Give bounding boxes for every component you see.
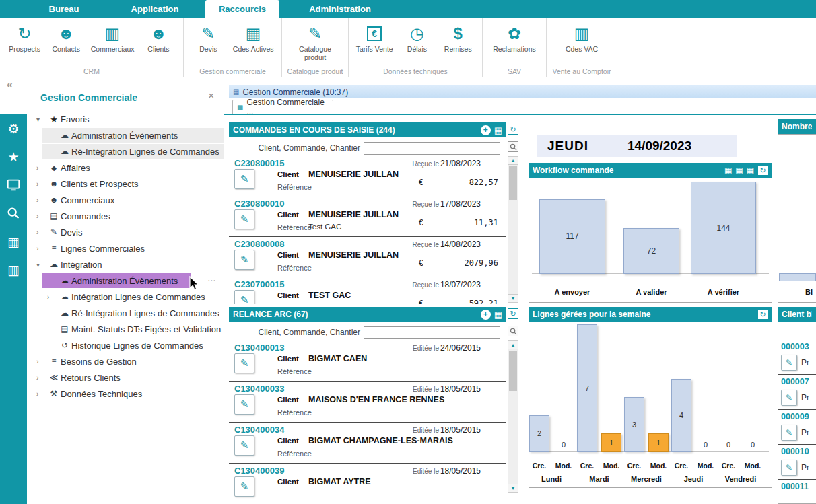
ribbon-item-reclamations[interactable]: ✿ Reclamations	[493, 23, 536, 53]
rail-desktop-button[interactable]	[0, 171, 27, 199]
chevron-right-icon[interactable]: ›	[47, 293, 58, 301]
relance-row[interactable]: C130400013 Editée le 24/06/2015 ✎ Client…	[229, 340, 506, 382]
menu-item-administration[interactable]: Administration	[300, 0, 380, 18]
ribbon-item-tarifs-vente[interactable]: € Tarifs Vente	[356, 23, 393, 53]
add-icon[interactable]: +	[481, 125, 491, 135]
more-options-icon[interactable]: ⋯	[207, 276, 215, 285]
scroll-down-icon[interactable]: ▼	[508, 294, 518, 303]
chevron-right-icon[interactable]: ›	[36, 358, 47, 365]
chevron-right-icon[interactable]: ›	[36, 196, 47, 204]
client-entry[interactable]: 000009 ✎ Pr	[778, 410, 816, 445]
table-view-icon[interactable]: ▦	[494, 310, 502, 320]
chevron-right-icon[interactable]: ›	[36, 390, 47, 398]
tree-item-commerciaux[interactable]: › ☻ Commerciaux	[27, 192, 224, 208]
ribbon-item-prospects[interactable]: ↻ Prospects	[8, 23, 42, 53]
ribbon-item-devis[interactable]: ✎ Devis	[191, 23, 225, 53]
close-icon[interactable]: ×	[208, 89, 214, 101]
tree-item-clients-et-prospects[interactable]: › ☻ Clients et Prospects	[27, 176, 224, 192]
menu-item-raccourcis[interactable]: Raccourcis	[205, 0, 279, 18]
edit-order-button[interactable]: ✎	[234, 290, 254, 304]
scrollbar-track[interactable]	[508, 165, 518, 294]
edit-order-button[interactable]: ✎	[234, 353, 254, 373]
tree-item-re-integration-lignes-de-commandes[interactable]: ☁ Ré-Intégration Lignes de Commandes	[27, 305, 224, 321]
edit-client-button[interactable]: ✎	[781, 390, 797, 406]
ribbon-item-delais[interactable]: ◷ Délais	[400, 23, 434, 53]
edit-order-button[interactable]: ✎	[234, 435, 254, 456]
commandes-scrollbar[interactable]: ▲ ▼	[508, 156, 518, 303]
mdi-window-titlebar[interactable]: ▦ Gestion Commerciale (10:37)	[229, 85, 816, 98]
tree-item-integration-lignes-de-commandes[interactable]: › ☁ Intégration Lignes de Commandes	[27, 289, 224, 305]
chevron-right-icon[interactable]: ›	[36, 245, 47, 252]
tree-item-commandes[interactable]: › ▤ Commandes	[27, 208, 224, 224]
menu-item-bureau[interactable]: Bureau	[40, 0, 88, 18]
scroll-up-icon[interactable]: ▲	[508, 156, 518, 165]
relance-scrollbar[interactable]: ▲ ▼	[508, 340, 518, 493]
relance-refresh-icon[interactable]: ↻	[508, 308, 518, 319]
rail-table-button[interactable]: ▦	[0, 227, 27, 256]
tree-item-affaires[interactable]: › ◆ Affaires	[27, 159, 224, 176]
client-entry[interactable]: 000007 ✎ Pr	[778, 375, 816, 410]
tree-item-devis[interactable]: › ✎ Devis	[27, 224, 224, 240]
rail-search-button[interactable]	[0, 199, 27, 227]
ribbon-item-remises[interactable]: $ Remises	[441, 23, 475, 53]
scroll-up-icon[interactable]: ▲	[508, 340, 518, 349]
rail-favorites-button[interactable]: ★	[0, 143, 27, 171]
tree-item-favoris[interactable]: ▾ ★ Favoris	[27, 111, 224, 127]
ribbon-item-contacts[interactable]: ☻ Contacts	[49, 23, 83, 53]
relance-row[interactable]: C130400033 Editée le 18/05/2015 ✎ Client…	[229, 382, 506, 423]
relance-row[interactable]: C130400034 Editée le 18/05/2015 ✎ Client…	[229, 423, 506, 464]
ribbon-item-cdes-vac[interactable]: ▥ Cdes VAC	[565, 23, 599, 53]
chevron-right-icon[interactable]: ›	[36, 374, 47, 382]
tree-item-integration[interactable]: ▾ ☁ Intégration	[27, 256, 224, 273]
chevron-right-icon[interactable]: ›	[36, 213, 47, 220]
edit-order-button[interactable]: ✎	[234, 250, 254, 270]
chevron-down-icon[interactable]: ▾	[36, 261, 47, 268]
order-row[interactable]: C230700015 Reçue le 18/07/2023 ✎ Client …	[229, 277, 506, 304]
view-grid-icon[interactable]: ▦	[735, 166, 743, 175]
tree-item-retours-clients[interactable]: › ≪ Retours Clients	[27, 369, 224, 386]
tree-item-fav-re-integration-lignes[interactable]: ☁ Ré-Intégration Lignes de Commandes	[27, 143, 224, 159]
tree-item-administration-evenements-selected[interactable]: ☁ Administration Évènements ⋯	[27, 273, 224, 289]
commandes-refresh-icon[interactable]: ↻	[508, 124, 518, 135]
add-icon[interactable]: +	[481, 310, 491, 320]
commandes-search-button[interactable]	[508, 141, 518, 152]
ribbon-item-catalogue-produit[interactable]: ✎ Catalogue produit	[294, 23, 337, 61]
tree-item-besoins-de-gestion[interactable]: › ≡ Besoins de Gestion	[27, 353, 224, 369]
tree-item-historique-lignes[interactable]: ↺ Historique Lignes de Commandes	[27, 337, 224, 353]
chevron-right-icon[interactable]: ›	[36, 180, 47, 188]
tree-item-donnees-techniques[interactable]: › ⚒ Données Techniques	[27, 386, 224, 402]
scrollbar-thumb[interactable]	[509, 166, 517, 200]
commandes-search-input[interactable]	[364, 142, 500, 155]
relance-search-button[interactable]	[508, 326, 518, 336]
scrollbar-track[interactable]	[508, 349, 518, 484]
chevron-right-icon[interactable]: ›	[36, 229, 47, 236]
ribbon-item-clients[interactable]: ☻ Clients	[141, 23, 175, 53]
edit-client-button[interactable]: ✎	[781, 425, 797, 441]
edit-order-button[interactable]: ✎	[234, 394, 254, 415]
workflow-refresh-icon[interactable]: ↻	[757, 165, 768, 176]
table-view-icon[interactable]: ▦	[494, 125, 502, 135]
view-grid-icon[interactable]: ▦	[747, 166, 754, 175]
client-entry[interactable]: 000010 ✎ Pr	[778, 445, 816, 480]
view-grid-icon[interactable]: ▦	[724, 166, 732, 175]
order-row[interactable]: C230800010 Reçue le 17/08/2023 ✎ Client …	[229, 196, 506, 237]
edit-order-button[interactable]: ✎	[234, 169, 254, 189]
lignes-semaine-refresh-icon[interactable]: ↻	[757, 309, 768, 320]
relance-search-input[interactable]	[364, 326, 500, 339]
order-row[interactable]: C230800008 Reçue le 14/08/2023 ✎ Client …	[229, 237, 506, 277]
tree-item-lignes-commerciales[interactable]: › ≡ Lignes Commerciales	[27, 240, 224, 256]
order-row[interactable]: C230800015 Reçue le 21/08/2023 ✎ Client …	[229, 156, 506, 196]
relance-row[interactable]: C130400039 Editée le 18/05/2015 ✎ Client…	[229, 464, 506, 504]
client-entry[interactable]: 000011	[778, 480, 816, 504]
menu-item-application[interactable]: Application	[125, 0, 185, 18]
tab-gestion-commerciale[interactable]: ▦ Gestion Commerciale ...	[232, 100, 333, 114]
ribbon-item-commerciaux[interactable]: ▥ Commerciaux	[91, 23, 134, 53]
edit-order-button[interactable]: ✎	[234, 209, 254, 229]
tree-item-maint-statuts[interactable]: ▤ Maint. Statuts DTs Figées et Validatio…	[27, 321, 224, 337]
tree-item-fav-administration-evenements[interactable]: ☁ Administration Évènements	[27, 127, 224, 143]
edit-client-button[interactable]: ✎	[781, 355, 797, 371]
edit-order-button[interactable]: ✎	[234, 476, 254, 497]
scrollbar-thumb[interactable]	[509, 351, 517, 391]
scroll-down-icon[interactable]: ▼	[508, 484, 518, 493]
chevron-right-icon[interactable]: ›	[36, 164, 47, 172]
